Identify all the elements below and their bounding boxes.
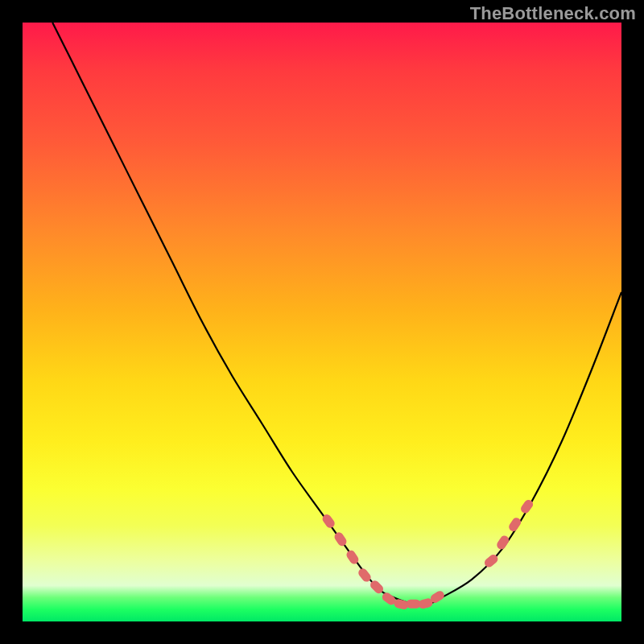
watermark-text: TheBottleneck.com: [470, 3, 636, 24]
bottleneck-curve-path: [52, 23, 621, 605]
chart-frame: TheBottleneck.com: [0, 0, 644, 644]
chart-svg: [23, 23, 621, 621]
highlight-markers-group: [320, 498, 535, 610]
highlight-marker: [495, 534, 510, 551]
highlight-marker: [507, 516, 522, 533]
plot-area: [23, 23, 621, 621]
